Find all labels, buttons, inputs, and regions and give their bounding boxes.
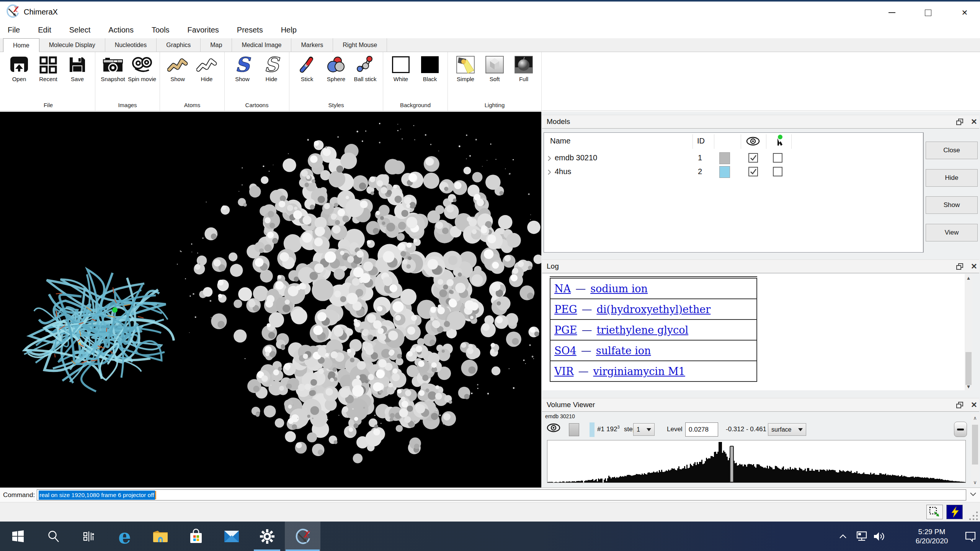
command-history-chevron-icon[interactable] <box>969 492 977 499</box>
log-link-description[interactable]: di(hydroxyethyl)ether <box>596 303 710 315</box>
display-style-dropdown[interactable]: surface <box>768 423 806 436</box>
toolbar-button-images-spin-movie[interactable]: Spin movie <box>127 54 157 101</box>
minimize-button[interactable] <box>878 3 906 22</box>
select-zone-button[interactable] <box>926 505 943 519</box>
toolbar-button-file-save[interactable]: Save <box>63 54 92 101</box>
model-shown-checkbox[interactable] <box>748 153 758 163</box>
models-action-close-button[interactable]: Close <box>926 142 978 159</box>
volume-icon[interactable] <box>872 522 887 551</box>
undock-icon[interactable] <box>956 119 963 125</box>
log-content[interactable]: NA—sodium ionPEG—di(hydroxyethyl)etherPG… <box>542 274 965 390</box>
log-link-code[interactable]: SO4 <box>554 345 577 357</box>
tab-graphics[interactable]: Graphics <box>157 38 201 52</box>
fast-mode-button[interactable] <box>946 505 963 519</box>
taskbar-clock[interactable]: 5:29 PM 6/20/2020 <box>900 522 964 551</box>
taskbar-app-task-view[interactable] <box>71 522 107 551</box>
log-link-code[interactable]: PGE <box>554 324 577 336</box>
log-link-code[interactable]: VIR <box>554 365 574 377</box>
expand-chevron-icon[interactable] <box>547 155 552 161</box>
log-link-description[interactable]: sodium ion <box>590 283 648 295</box>
model-row-emdb-30210[interactable]: emdb 302101 <box>544 152 923 165</box>
step-dropdown[interactable]: 1 <box>633 423 655 436</box>
toolbar-button-styles-sphere[interactable]: Sphere <box>322 54 351 101</box>
scroll-up-icon[interactable]: ▲ <box>965 274 972 282</box>
tab-map[interactable]: Map <box>201 38 232 52</box>
scroll-up-icon[interactable]: ∧ <box>971 414 979 422</box>
menu-item-presets[interactable]: Presets <box>237 26 263 34</box>
model-color-swatch[interactable] <box>719 152 730 164</box>
toolbar-button-styles-ball-stick[interactable]: Ball stick <box>351 54 380 101</box>
models-table[interactable]: Name ID emdb 3021014hus2 <box>544 132 923 253</box>
models-panel-header[interactable]: Models ✕ <box>542 115 979 129</box>
level-marker-handle[interactable] <box>730 446 734 483</box>
models-action-view-button[interactable]: View <box>926 224 978 241</box>
toolbar-button-styles-stick[interactable]: Stick <box>292 54 322 101</box>
tray-chevron-up-icon[interactable] <box>837 522 849 551</box>
taskbar-app-chimerax[interactable]: χ <box>285 522 320 551</box>
menu-item-help[interactable]: Help <box>281 26 297 34</box>
toolbar-button-lighting-full[interactable]: Full <box>509 54 538 101</box>
taskbar-app-store[interactable] <box>178 522 214 551</box>
toolbar-button-background-black[interactable]: Black <box>415 54 444 101</box>
model-color-swatch[interactable] <box>719 166 730 178</box>
tab-right-mouse[interactable]: Right Mouse <box>333 38 387 52</box>
volume-viewer-header[interactable]: Volume Viewer ✕ <box>542 398 979 412</box>
toolbar-button-cartoons-show[interactable]: SShow <box>228 54 257 101</box>
model-shown-checkbox[interactable] <box>748 167 758 176</box>
log-scrollbar-thumb[interactable] <box>965 352 972 385</box>
collapse-button[interactable] <box>954 422 967 437</box>
panel-close-icon[interactable]: ✕ <box>971 262 977 271</box>
command-input[interactable]: real on size 1920,1080 frame 6 projector… <box>37 489 966 500</box>
scrollbar-thumb[interactable] <box>972 425 978 465</box>
log-link-description[interactable]: sulfate ion <box>596 345 651 357</box>
model-selected-checkbox[interactable] <box>773 167 782 176</box>
tab-nucleotides[interactable]: Nucleotides <box>105 38 157 52</box>
toolbar-button-images-snapshot[interactable]: Snapshot <box>98 54 127 101</box>
log-link-code[interactable]: PEG <box>554 303 577 315</box>
taskbar-app-search[interactable] <box>36 522 71 551</box>
tab-molecule-display[interactable]: Molecule Display <box>39 38 105 52</box>
toolbar-button-background-white[interactable]: White <box>386 54 415 101</box>
toolbar-button-file-recent[interactable]: Recent <box>34 54 63 101</box>
volume-viewer-scrollbar[interactable]: ∧ ∨ <box>971 414 979 486</box>
undock-icon[interactable] <box>956 402 963 408</box>
toolbar-button-atoms-hide[interactable]: Hide <box>192 54 221 101</box>
scroll-down-icon[interactable]: ▼ <box>965 383 972 390</box>
close-button[interactable]: ✕ <box>951 3 978 22</box>
panel-close-icon[interactable]: ✕ <box>971 117 977 126</box>
tab-markers[interactable]: Markers <box>291 38 333 52</box>
expand-chevron-icon[interactable] <box>547 169 552 175</box>
volume-histogram[interactable] <box>547 440 966 483</box>
toolbar-button-atoms-show[interactable]: Show <box>163 54 192 101</box>
volume-shown-eye-icon[interactable] <box>547 423 560 432</box>
models-action-show-button[interactable]: Show <box>926 196 978 214</box>
menu-item-tools[interactable]: Tools <box>152 26 170 34</box>
menu-item-actions[interactable]: Actions <box>108 26 134 34</box>
log-link-description[interactable]: virginiamycin M1 <box>593 365 685 377</box>
taskbar-app-mail[interactable] <box>214 522 249 551</box>
models-action-hide-button[interactable]: Hide <box>926 169 978 187</box>
volume-color-swatch-button[interactable] <box>569 423 579 436</box>
log-link-code[interactable]: NA <box>554 283 571 295</box>
model-row-4hus[interactable]: 4hus2 <box>544 165 923 179</box>
graphics-viewport[interactable] <box>0 112 541 487</box>
action-center-icon[interactable] <box>962 522 978 551</box>
toolbar-button-file-open[interactable]: Open <box>5 54 34 101</box>
taskbar-app-settings[interactable] <box>249 522 285 551</box>
resize-grip[interactable] <box>969 512 979 522</box>
menu-item-favorites[interactable]: Favorites <box>188 26 219 34</box>
toolbar-button-lighting-soft[interactable]: Soft <box>480 54 509 101</box>
log-scrollbar[interactable]: ▲ ▼ <box>965 274 972 390</box>
toolbar-button-lighting-simple[interactable]: Simple <box>451 54 480 101</box>
taskbar-app-start[interactable] <box>0 522 36 551</box>
log-panel-header[interactable]: Log ✕ <box>542 259 979 273</box>
menu-item-edit[interactable]: Edit <box>38 26 51 34</box>
tab-medical-image[interactable]: Medical Image <box>232 38 291 52</box>
scroll-down-icon[interactable]: ∨ <box>971 478 979 486</box>
maximize-button[interactable] <box>914 3 942 22</box>
menu-item-file[interactable]: File <box>8 26 20 34</box>
log-link-description[interactable]: triethylene glycol <box>596 324 688 336</box>
network-icon[interactable] <box>854 522 869 551</box>
model-selected-checkbox[interactable] <box>773 153 782 163</box>
undock-icon[interactable] <box>956 263 963 269</box>
